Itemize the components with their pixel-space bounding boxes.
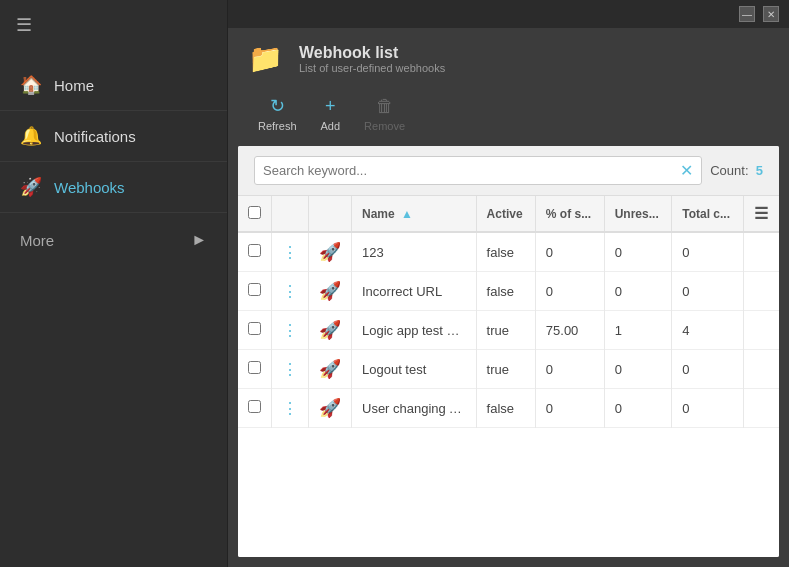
row-menu-cell[interactable]: ⋮ (272, 311, 309, 350)
close-button[interactable]: ✕ (763, 6, 779, 22)
th-icon (309, 196, 352, 232)
webhook-icon: 🚀 (319, 281, 341, 301)
row-checkbox-cell (238, 311, 272, 350)
hamburger-icon[interactable]: ☰ (16, 14, 32, 36)
row-extra (743, 389, 779, 428)
remove-label: Remove (364, 120, 405, 132)
columns-menu-icon[interactable]: ☰ (754, 205, 768, 222)
sort-asc-icon: ▲ (401, 207, 413, 221)
th-col-menu[interactable]: ☰ (743, 196, 779, 232)
row-active: false (476, 389, 535, 428)
row-total: 0 (672, 350, 743, 389)
sidebar-item-webhooks[interactable]: 🚀 Webhooks (0, 162, 227, 213)
row-checkbox[interactable] (248, 283, 261, 296)
remove-button[interactable]: 🗑 Remove (354, 92, 415, 136)
count-label: Count: 5 (710, 163, 763, 178)
table-row: ⋮ 🚀 Logout test true 0 0 0 (238, 350, 779, 389)
table-body: ⋮ 🚀 123 false 0 0 0 ⋮ 🚀 Incorrect URL fa… (238, 232, 779, 428)
minimize-button[interactable]: ― (739, 6, 755, 22)
table-row: ⋮ 🚀 123 false 0 0 0 (238, 232, 779, 272)
th-active[interactable]: Active (476, 196, 535, 232)
row-checkbox-cell (238, 389, 272, 428)
th-select (238, 196, 272, 232)
sidebar-item-home[interactable]: 🏠 Home (0, 60, 227, 111)
row-unres: 0 (604, 389, 672, 428)
row-extra (743, 272, 779, 311)
sidebar-item-notifications[interactable]: 🔔 Notifications (0, 111, 227, 162)
table-wrapper: Name ▲ Active % of s... Unres... Total c… (238, 196, 779, 557)
search-wrapper: ✕ (254, 156, 702, 185)
row-percent: 0 (535, 350, 604, 389)
row-icon-cell: 🚀 (309, 232, 352, 272)
search-clear-icon[interactable]: ✕ (680, 161, 693, 180)
row-checkbox[interactable] (248, 361, 261, 374)
row-icon-cell: 🚀 (309, 350, 352, 389)
webhook-icon: 🚀 (319, 242, 341, 262)
search-bar: ✕ Count: 5 (238, 146, 779, 196)
sidebar-more-label: More (20, 232, 54, 249)
row-icon-cell: 🚀 (309, 311, 352, 350)
sidebar-header: ☰ (0, 0, 227, 50)
sidebar: ☰ 🏠 Home 🔔 Notifications 🚀 Webhooks More… (0, 0, 228, 567)
row-active: true (476, 350, 535, 389)
row-checkbox[interactable] (248, 400, 261, 413)
row-percent: 0 (535, 232, 604, 272)
row-checkbox-cell (238, 350, 272, 389)
row-menu-cell[interactable]: ⋮ (272, 350, 309, 389)
th-unres[interactable]: Unres... (604, 196, 672, 232)
row-extra (743, 350, 779, 389)
refresh-icon: ↻ (270, 95, 285, 117)
row-menu-cell[interactable]: ⋮ (272, 389, 309, 428)
row-total: 0 (672, 232, 743, 272)
select-all-checkbox[interactable] (248, 206, 261, 219)
row-checkbox-cell (238, 272, 272, 311)
row-active: false (476, 232, 535, 272)
home-icon: 🏠 (20, 74, 42, 96)
page-title: Webhook list (299, 44, 445, 62)
table-header-row: Name ▲ Active % of s... Unres... Total c… (238, 196, 779, 232)
count-value: 5 (756, 163, 763, 178)
refresh-button[interactable]: ↻ Refresh (248, 91, 307, 136)
row-checkbox[interactable] (248, 322, 261, 335)
notifications-icon: 🔔 (20, 125, 42, 147)
sidebar-item-home-label: Home (54, 77, 94, 94)
table-row: ⋮ 🚀 User changing Alex false 0 0 0 (238, 389, 779, 428)
row-active: true (476, 311, 535, 350)
row-unres: 0 (604, 350, 672, 389)
table-row: ⋮ 🚀 Logic app test on U true 75.00 1 4 (238, 311, 779, 350)
webhooks-table: Name ▲ Active % of s... Unres... Total c… (238, 196, 779, 428)
row-unres: 1 (604, 311, 672, 350)
th-percent[interactable]: % of s... (535, 196, 604, 232)
sidebar-item-notifications-label: Notifications (54, 128, 136, 145)
refresh-label: Refresh (258, 120, 297, 132)
webhook-icon: 🚀 (319, 320, 341, 340)
sidebar-nav: 🏠 Home 🔔 Notifications 🚀 Webhooks (0, 60, 227, 213)
row-checkbox[interactable] (248, 244, 261, 257)
webhooks-icon: 🚀 (20, 176, 42, 198)
row-total: 0 (672, 389, 743, 428)
webhook-icon: 🚀 (319, 398, 341, 418)
add-icon: + (325, 96, 336, 117)
row-extra (743, 311, 779, 350)
search-input[interactable] (263, 163, 676, 178)
row-menu-cell[interactable]: ⋮ (272, 272, 309, 311)
chevron-right-icon: ► (191, 231, 207, 249)
th-total[interactable]: Total c... (672, 196, 743, 232)
table-row: ⋮ 🚀 Incorrect URL false 0 0 0 (238, 272, 779, 311)
sidebar-more[interactable]: More ► (0, 217, 227, 263)
row-name: 123 (352, 232, 477, 272)
th-name[interactable]: Name ▲ (352, 196, 477, 232)
row-name: User changing Alex (352, 389, 477, 428)
add-button[interactable]: + Add (311, 92, 351, 136)
page-subtitle: List of user-defined webhooks (299, 62, 445, 74)
row-menu-cell[interactable]: ⋮ (272, 232, 309, 272)
row-unres: 0 (604, 272, 672, 311)
row-name: Logic app test on U (352, 311, 477, 350)
row-percent: 0 (535, 389, 604, 428)
row-icon-cell: 🚀 (309, 272, 352, 311)
remove-icon: 🗑 (376, 96, 394, 117)
toolbar: ↻ Refresh + Add 🗑 Remove (228, 85, 789, 146)
row-percent: 75.00 (535, 311, 604, 350)
page-header-text: Webhook list List of user-defined webhoo… (299, 44, 445, 74)
row-checkbox-cell (238, 232, 272, 272)
